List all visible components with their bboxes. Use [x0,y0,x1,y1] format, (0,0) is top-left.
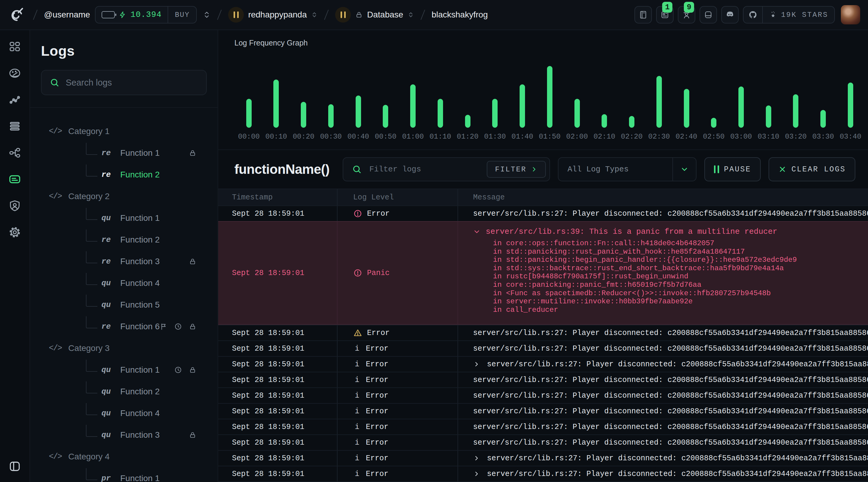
github-link[interactable] [744,7,763,23]
github-stars-widget[interactable]: 19K STARS [743,6,835,24]
filter-logs-input[interactable]: Filter logs FILTER [343,157,550,181]
tree-function[interactable]: prFunction 1 [30,468,218,482]
rail-item-apps[interactable] [8,40,22,54]
changelog-button[interactable]: 1 [656,6,674,24]
cell-message[interactable]: server/src/lib.rs:27: Player disconnecte… [458,435,868,450]
cell-message[interactable]: server/src/lib.rs:27: Player disconnecte… [458,419,868,435]
rail-item-tables[interactable] [8,119,22,133]
x-axis-tick-label: 00:50 [375,133,396,141]
log-row[interactable]: Sept 28 18:59:01iErrorserver/src/lib.rs:… [218,356,868,372]
rail-item-logs[interactable] [8,172,22,186]
cell-log-level: Panic [337,222,458,324]
col-header-timestamp: Timestamp [218,193,337,202]
log-row[interactable]: Sept 28 18:59:01iErrorserver/src/lib.rs:… [218,450,868,466]
cell-message[interactable]: server/src/lib.rs:27: Player disconnecte… [458,372,868,387]
tree-function[interactable]: quFunction 4 [30,403,218,424]
project-switcher-icon[interactable] [311,10,318,19]
filter-button[interactable]: FILTER [487,161,546,178]
tree-function[interactable]: quFunction 5 [30,294,218,316]
docs-button[interactable] [634,6,652,24]
user-avatar[interactable] [841,5,860,24]
rail-item-dashboard[interactable] [8,66,22,80]
chart-bar [465,115,470,128]
select-caret[interactable] [673,158,696,181]
log-level-label: Error [366,376,389,384]
nav-rail [0,30,30,482]
tree-category[interactable]: </>Category 3 [30,338,218,359]
x-axis-tick-label: 00:30 [320,133,342,141]
sidebar-toggle-button[interactable] [8,460,22,473]
identity-switcher-icon[interactable] [203,10,211,19]
function-kind-badge: qu [97,409,115,418]
function-name: Function 3 [120,430,160,440]
cell-message[interactable]: server/src/lib.rs:27: Player disconnecte… [458,404,868,419]
cell-log-level: iError [337,372,458,387]
log-row[interactable]: Sept 28 18:59:01iErrorserver/src/lib.rs:… [218,387,868,403]
cell-message[interactable]: server/src/lib.rs:27: Player disconnecte… [458,466,868,481]
rail-item-identity[interactable] [8,199,22,213]
tree-function[interactable]: quFunction 1 [30,207,218,229]
log-row[interactable]: Sept 28 18:59:01iErrorserver/src/lib.rs:… [218,419,868,435]
log-row-panic[interactable]: Sept 28 18:59:01Panicserver/src/lib.rs:3… [218,221,868,325]
tree-function[interactable]: quFunction 3 [30,424,218,446]
panic-summary[interactable]: server/src/lib.rs:39: This is a panic fr… [473,227,868,237]
cell-message[interactable]: server/src/lib.rs:27: Player disconnecte… [458,206,868,221]
chart-bar-group: 01:40 [513,59,531,128]
log-row[interactable]: Sept 28 18:59:01Errorserver/src/lib.rs:2… [218,205,868,221]
cell-message[interactable]: server/src/lib.rs:27: Player disconnecte… [458,451,868,466]
tree-category[interactable]: </>Category 2 [30,186,218,207]
function-name: Function 1 [120,213,160,223]
rail-item-schema[interactable] [8,146,22,160]
clear-logs-button[interactable]: CLEAR LOGS [769,157,855,181]
cell-message[interactable]: server/src/lib.rs:27: Player disconnecte… [458,357,868,372]
cell-message[interactable]: server/src/lib.rs:27: Player disconnecte… [458,388,868,403]
log-row[interactable]: Sept 28 18:59:01iErrorserver/src/lib.rs:… [218,341,868,356]
lock-icon [189,258,196,265]
tree-function[interactable]: reFunction 2 [30,229,218,251]
tree-function[interactable]: reFunction 1 [30,142,218,164]
tree-function[interactable]: reFunction 6 [30,316,218,338]
community-button[interactable]: 9 [678,6,695,24]
cell-timestamp: Sept 28 18:59:01 [218,404,337,419]
log-row[interactable]: Sept 28 18:59:01iErrorserver/src/lib.rs:… [218,435,868,450]
cell-message[interactable]: server/src/lib.rs:39: This is a panic fr… [458,222,868,324]
tree-function[interactable]: quFunction 4 [30,272,218,294]
tree-function[interactable]: reFunction 3 [30,251,218,272]
tree-category[interactable]: </>Category 1 [30,121,218,142]
username-label[interactable]: @username [44,10,90,20]
energy-widget[interactable]: 10.394 BUY [95,6,197,24]
chevron-right-icon[interactable] [473,455,480,461]
log-row[interactable]: Sept 28 18:59:01iErrorserver/src/lib.rs:… [218,372,868,387]
log-level-label: Error [366,423,389,431]
log-row[interactable]: Sept 28 18:59:01iErrorserver/src/lib.rs:… [218,403,868,419]
search-logs-input[interactable]: Search logs [41,70,207,95]
tree-function[interactable]: reFunction 2 [30,164,218,186]
log-row[interactable]: Sept 28 18:59:01Errorserver/src/lib.rs:2… [218,325,868,341]
rail-item-settings[interactable] [8,225,22,239]
search-icon [352,164,362,174]
buy-energy-button[interactable]: BUY [168,11,196,19]
tree-category[interactable]: </>Category 4 [30,446,218,468]
cell-message[interactable]: server/src/lib.rs:27: Player disconnecte… [458,341,868,356]
cell-message[interactable]: server/src/lib.rs:27: Player disconnecte… [458,325,868,341]
database-switcher-icon[interactable] [407,10,414,19]
log-type-select[interactable]: All Log Types [558,157,696,181]
chevron-right-icon[interactable] [473,471,480,477]
breadcrumb-database[interactable]: Database [335,7,414,23]
chart-bar [820,110,826,128]
tree-function[interactable]: quFunction 1 [30,359,218,381]
chart-bar [711,118,716,128]
function-flags [189,431,196,439]
modules-button[interactable] [700,6,717,24]
app-logo-icon[interactable] [8,6,27,24]
tree-function[interactable]: quFunction 2 [30,381,218,403]
discord-button[interactable] [721,6,739,24]
breadcrumb-project[interactable]: redhappypanda [228,7,318,23]
rail-item-metrics[interactable] [8,93,22,107]
x-axis-tick-label: 02:30 [648,133,670,141]
chevron-right-icon[interactable] [473,361,480,367]
breadcrumb-module[interactable]: blackshakyfrog [432,10,488,20]
pause-button[interactable]: PAUSE [704,157,761,181]
cell-timestamp: Sept 28 18:59:01 [218,372,337,387]
log-row[interactable]: Sept 28 18:59:01iErrorserver/src/lib.rs:… [218,466,868,481]
